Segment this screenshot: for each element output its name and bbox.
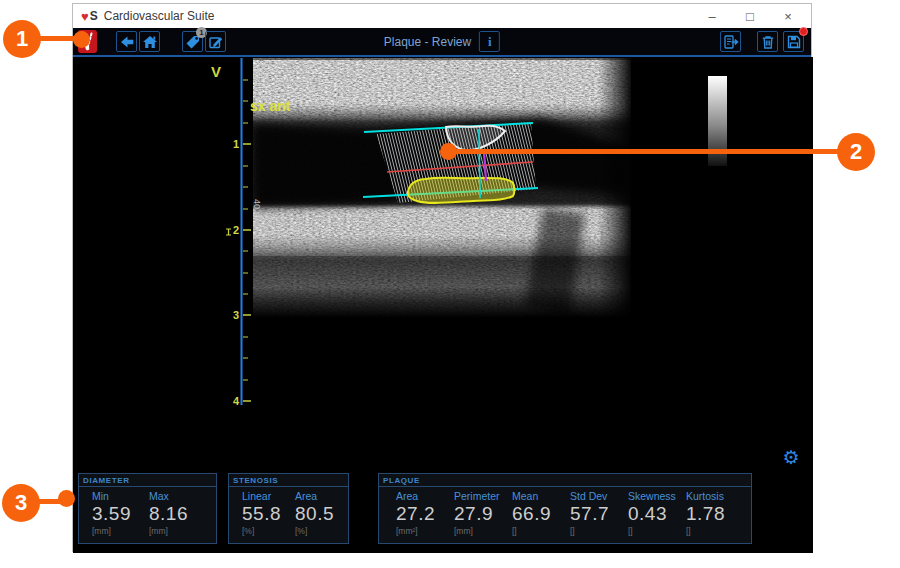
metric-min: Min 3.59 [mm] [92, 490, 149, 536]
info-icon: i [488, 34, 492, 50]
callout-2-dot [440, 143, 457, 160]
metric-stddev: Std Dev 57.7 [] [570, 490, 628, 536]
ruler-tick-label: 4 [233, 395, 240, 407]
home-button[interactable] [139, 31, 160, 52]
metric-mean: Mean 66.9 [] [512, 490, 570, 536]
gear-icon: ⚙ [782, 447, 799, 468]
toolbar-center-group: Plaque - Review i [384, 28, 500, 55]
arrow-left-icon [119, 34, 135, 50]
metric-area: Area 80.5 [%] [295, 490, 348, 536]
window-title: Cardiovascular Suite [104, 9, 215, 23]
toolbar-left-group: 1 [73, 28, 226, 55]
plaque-contour-yellow[interactable] [408, 178, 515, 203]
metric-perimeter: Perimeter 27.9 [mm] [454, 490, 512, 536]
metric-skewness: Skewness 0.43 [] [628, 490, 686, 536]
stenosis-panel: STENOSIS Linear 55.8 [%] Area 80.5 [%] [228, 473, 349, 544]
ruler-tick-label: 1 [233, 138, 239, 150]
app-logo-letter: S [90, 9, 98, 23]
ruler-tick-label: 2 [233, 224, 239, 236]
callout-1-badge: 1 [3, 20, 41, 58]
orientation-marker: V [211, 63, 221, 80]
tag-button[interactable]: 1 [182, 31, 203, 52]
toolbar-right-group [720, 28, 811, 55]
callout-1-dot [73, 31, 90, 48]
maximize-button[interactable]: □ [731, 4, 769, 28]
focus-marker-icon [226, 229, 231, 235]
export-button[interactable] [720, 31, 741, 52]
home-icon [142, 34, 158, 50]
app-heart-icon: ♥ [81, 10, 89, 23]
image-annotation-label: sx ant [250, 98, 291, 114]
callout-3-dot [58, 490, 75, 507]
save-button[interactable] [783, 31, 804, 52]
panel-title: DIAMETER [79, 474, 216, 487]
callout-3-badge: 3 [2, 484, 40, 522]
minimize-button[interactable]: – [693, 4, 731, 28]
export-icon [723, 34, 739, 50]
callout-2-line [448, 149, 848, 154]
image-viewport: 1 2 3 4 40 mm V sx ant ⚙ [73, 57, 813, 469]
callout-2-badge: 2 [837, 133, 875, 171]
app-window: ♥ S Cardiovascular Suite – □ × [72, 3, 812, 552]
panel-title: PLAQUE [379, 474, 751, 487]
edit-button[interactable] [205, 31, 226, 52]
panel-title: STENOSIS [229, 474, 348, 487]
titlebar: ♥ S Cardiovascular Suite – □ × [73, 4, 811, 28]
view-title: Plaque - Review [384, 35, 471, 49]
unsaved-badge [799, 27, 808, 36]
metric-linear: Linear 55.8 [%] [242, 490, 295, 536]
depth-label: 40 mm [252, 199, 262, 227]
measure-line-cyan[interactable] [479, 129, 480, 198]
back-button[interactable] [116, 31, 137, 52]
ultrasound-image [253, 58, 734, 449]
toolbar: 1 Plaque - Review i [73, 28, 811, 57]
plaque-panel: PLAQUE Area 27.2 [mm²] Perimeter 27.9 [m… [378, 473, 752, 544]
ruler-tick-label: 3 [233, 309, 239, 321]
trash-icon [760, 34, 776, 50]
measurement-panels: DIAMETER Min 3.59 [mm] Max 8.16 [mm] STE… [73, 469, 813, 553]
metric-kurtosis: Kurtosis 1.78 [] [686, 490, 744, 536]
info-button[interactable]: i [479, 31, 500, 52]
delete-button[interactable] [757, 31, 778, 52]
diameter-panel: DIAMETER Min 3.59 [mm] Max 8.16 [mm] [78, 473, 217, 544]
metric-area: Area 27.2 [mm²] [396, 490, 454, 536]
titlebar-title-group: ♥ S Cardiovascular Suite [73, 9, 693, 23]
settings-button[interactable]: ⚙ [778, 445, 804, 469]
save-floppy-icon [786, 34, 802, 50]
window-controls: – □ × [693, 4, 811, 28]
ultrasound-scene: 1 2 3 4 40 mm V sx ant [73, 57, 813, 469]
metric-max: Max 8.16 [mm] [149, 490, 206, 536]
edit-pencil-icon [208, 34, 224, 50]
close-button[interactable]: × [769, 4, 807, 28]
